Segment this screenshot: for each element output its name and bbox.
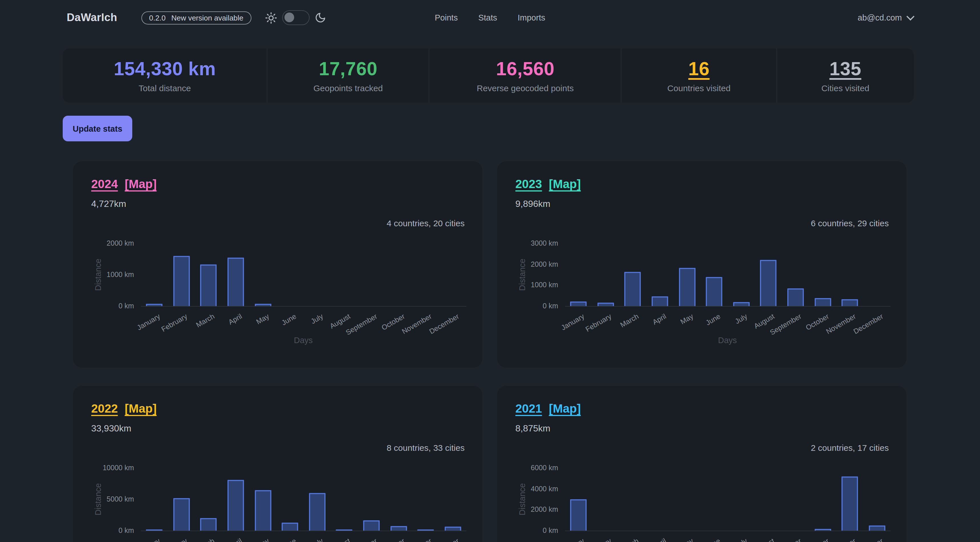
bar-april	[652, 296, 668, 306]
y-axis-tick: 0 km	[75, 302, 134, 310]
year-card: 2021 [Map] 8,875km 2 countries, 17 citie…	[497, 386, 907, 542]
x-axis-tick: May	[255, 312, 270, 326]
bar-july	[733, 302, 750, 306]
x-axis-tick: March	[619, 537, 640, 542]
x-axis-tick: June	[280, 537, 297, 542]
theme-toggle[interactable]	[282, 10, 310, 25]
year-link[interactable]: 2024	[91, 177, 118, 191]
app-viewport: DaWarIch 0.2.0 New version available	[0, 0, 980, 542]
x-axis-tick: February	[584, 537, 613, 542]
x-axis-tick: February	[160, 312, 189, 334]
x-axis-tick: October	[380, 537, 406, 542]
year-countries-cities: 6 countries, 29 cities	[811, 218, 889, 228]
y-axis-tick: 1000 km	[75, 271, 134, 279]
user-menu[interactable]: ab@cd.com	[545, 13, 913, 22]
bar-april	[228, 257, 244, 306]
year-card: 2024 [Map] 4,727km 4 countries, 20 citie…	[73, 161, 482, 367]
x-axis-labels: JanuaryFebruaryMarchAprilMayJuneJulyAugu…	[141, 307, 466, 341]
bar-september	[787, 288, 804, 306]
year-distance: 9,896km	[515, 199, 550, 209]
y-axis-tick: 1000 km	[500, 281, 558, 289]
x-axis-tick: April	[651, 537, 667, 542]
bar-august	[760, 260, 777, 306]
bar-june	[706, 277, 722, 306]
year-card: 2022 [Map] 33,930km 8 countries, 33 citi…	[73, 386, 482, 542]
x-axis-tick: July	[734, 537, 749, 542]
summary-stat: 16,560Reverse geocoded points	[430, 48, 622, 103]
bar-chart-plot	[141, 243, 466, 307]
year-link[interactable]: 2022	[91, 402, 118, 415]
version-badge[interactable]: 0.2.0 New version available	[141, 11, 251, 24]
y-axis-tick: 4000 km	[500, 485, 558, 493]
stat-value: 16,560	[496, 58, 554, 80]
x-axis-tick: November	[401, 537, 433, 542]
bar-january	[146, 529, 163, 531]
bar-october	[815, 529, 831, 531]
bar-october	[815, 298, 831, 306]
x-axis-tick: December	[428, 312, 460, 336]
bar-march	[200, 518, 217, 531]
bar-february	[173, 498, 190, 531]
stat-label: Cities visited	[821, 83, 869, 93]
bar-january	[570, 302, 587, 306]
update-stats-button[interactable]: Update stats	[63, 116, 132, 141]
summary-stat: 154,330 kmTotal distance	[63, 48, 267, 103]
bar-november	[842, 477, 858, 531]
bar-chart-plot	[141, 468, 466, 531]
year-map-link[interactable]: [Map]	[124, 402, 156, 415]
bar-november	[417, 529, 434, 531]
year-map-link[interactable]: [Map]	[124, 177, 156, 191]
x-axis-tick: February	[160, 537, 189, 542]
nav-stats[interactable]: Stats	[478, 13, 497, 22]
y-axis-tick: 0 km	[500, 527, 558, 535]
x-axis-tick: April	[227, 312, 243, 326]
nav-imports[interactable]: Imports	[518, 13, 545, 22]
x-axis-tick: December	[428, 537, 460, 542]
x-axis-tick: July	[310, 537, 325, 542]
x-axis-tick: November	[401, 312, 433, 336]
y-axis-tick: 2000 km	[500, 506, 558, 514]
bar-april	[228, 480, 244, 531]
stat-label: Geopoints tracked	[313, 83, 383, 93]
stat-value[interactable]: 135	[829, 58, 861, 80]
x-axis-tick: January	[136, 312, 162, 332]
bar-september	[363, 520, 380, 531]
year-link[interactable]: 2021	[515, 402, 542, 415]
year-countries-cities: 4 countries, 20 cities	[387, 218, 465, 228]
stat-label: Reverse geocoded points	[477, 83, 574, 93]
stat-value: 154,330 km	[114, 58, 216, 80]
year-distance: 33,930km	[91, 423, 131, 434]
bar-march	[625, 272, 641, 306]
x-axis-tick: May	[679, 312, 694, 326]
bar-december	[869, 526, 885, 531]
y-axis-tick: 6000 km	[500, 464, 558, 472]
x-axis-tick: February	[584, 312, 613, 334]
bar-may	[679, 268, 695, 306]
nav-points[interactable]: Points	[435, 13, 458, 22]
year-countries-cities: 8 countries, 33 cities	[387, 443, 465, 453]
y-axis-tick: 0 km	[75, 527, 134, 535]
bar-august	[336, 529, 353, 531]
year-map-link[interactable]: [Map]	[549, 402, 581, 415]
version-message: New version available	[171, 13, 243, 22]
main-nav: Points Stats Imports	[435, 13, 545, 22]
bar-may	[255, 304, 271, 306]
year-distance: 4,727km	[91, 199, 126, 209]
x-axis-tick: July	[734, 312, 749, 326]
x-axis-tick: April	[227, 537, 243, 542]
x-axis-tick: January	[560, 537, 586, 542]
year-map-link[interactable]: [Map]	[549, 177, 581, 191]
summary-stat: 135Cities visited	[777, 48, 914, 103]
x-axis-tick: March	[195, 312, 216, 329]
year-link[interactable]: 2023	[515, 177, 542, 191]
top-navbar: DaWarIch 0.2.0 New version available	[0, 0, 980, 35]
x-axis-tick: January	[136, 537, 162, 542]
x-axis-labels: JanuaryFebruaryMarchAprilMayJuneJulyAugu…	[565, 307, 891, 341]
y-axis-tick: 5000 km	[75, 495, 134, 503]
stat-label: Total distance	[138, 83, 191, 93]
bar-december	[444, 527, 461, 531]
x-axis-tick: May	[679, 537, 694, 542]
toggle-knob	[285, 13, 294, 22]
bar-chart-plot	[565, 468, 891, 531]
stat-value[interactable]: 16	[688, 58, 710, 80]
